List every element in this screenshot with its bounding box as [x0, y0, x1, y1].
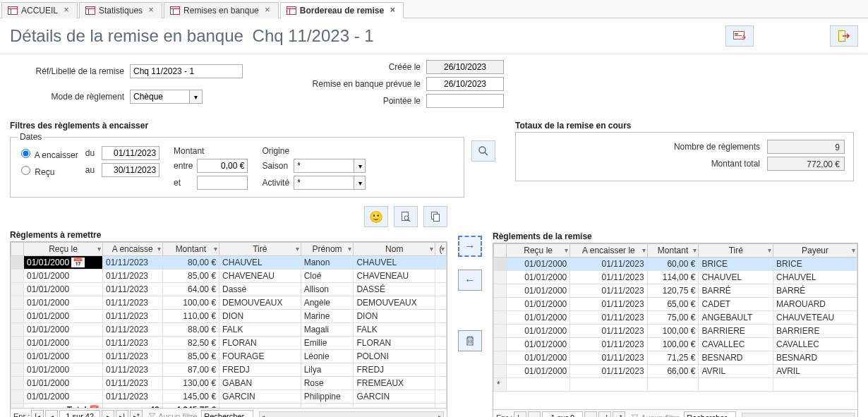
new-row[interactable]: *	[494, 378, 857, 392]
col-header[interactable]: Tiré▾	[219, 243, 301, 256]
copy-button[interactable]	[423, 206, 447, 227]
close-icon[interactable]: ×	[61, 6, 71, 16]
col-header[interactable]: Payeur▾	[773, 244, 857, 258]
col-header[interactable]: Montant▾	[647, 244, 699, 258]
nav-new-icon[interactable]: ▸*	[613, 411, 625, 417]
col-header[interactable]: Prénom▾	[301, 243, 354, 256]
recnav-prefix: Enr :	[496, 413, 512, 417]
col-header[interactable]: Nom▾	[354, 243, 435, 256]
ref-input[interactable]	[130, 64, 243, 78]
chevron-down-icon[interactable]: ▾	[348, 245, 351, 253]
exit-button[interactable]	[830, 25, 858, 47]
col-header[interactable]: (▾	[435, 243, 447, 256]
table-row[interactable]: 01/01/200001/11/202364,00 €DasséAllisonD…	[11, 283, 447, 296]
table-row[interactable]: 01/01/200001/11/2023100,00 €DEMOUVEAUXAn…	[11, 296, 447, 310]
tab[interactable]: ACCUEIL×	[1, 2, 78, 18]
nav-new-icon[interactable]: ▸*	[130, 410, 143, 417]
nav-position[interactable]	[542, 411, 583, 417]
nav-search[interactable]	[684, 411, 736, 417]
nav-first-icon[interactable]: I◂	[514, 411, 526, 417]
chevron-down-icon[interactable]: ▾	[565, 246, 568, 254]
table-row[interactable]: 01/01/200001/11/2023130,00 €GABANRoseFRE…	[11, 377, 447, 390]
card-link-button[interactable]	[725, 25, 754, 47]
col-header[interactable]: A encaisser le▾	[570, 244, 647, 258]
chevron-down-icon[interactable]: ▾	[642, 246, 646, 254]
table-row[interactable]: 01/01/200001/11/202371,25 €BESNARDBESNAR…	[494, 351, 857, 365]
search-button[interactable]	[471, 140, 495, 162]
col-header[interactable]: A encaisse▾	[102, 243, 162, 256]
chevron-down-icon[interactable]: ▾	[157, 245, 161, 253]
origine-saison-dd[interactable]: ▾	[354, 159, 366, 173]
table-row[interactable]: 01/01/200001/11/202366,00 €AVRILAVRIL	[494, 365, 857, 378]
chevron-down-icon[interactable]: ▾	[693, 246, 697, 254]
tab[interactable]: Remises en banque×	[164, 2, 279, 18]
smiley-button[interactable]: 🙂	[364, 206, 388, 227]
table-row[interactable]: 01/01/2000 📅01/11/202380,00 €CHAUVELMano…	[11, 256, 447, 270]
table-row[interactable]: 01/01/200001/11/2023114,00 €CHAUVELCHAUV…	[494, 271, 857, 284]
tab[interactable]: Statistiques×	[79, 2, 162, 18]
left-grid[interactable]: Reçu le▾A encaisse▾Montant▾Tiré▾Prénom▾N…	[10, 241, 447, 417]
table-row[interactable]: 01/01/200001/11/2023110,00 €DIONMarineDI…	[11, 310, 447, 323]
chevron-down-icon[interactable]: ▾	[441, 245, 445, 253]
table-row[interactable]: 01/01/200001/11/202382,50 €FLORANEmilieF…	[11, 337, 447, 350]
table-row[interactable]: 01/01/200001/11/2023120,75 €BARRÉBARRÉ	[494, 284, 857, 298]
pointee-input[interactable]	[426, 94, 504, 108]
close-icon[interactable]: ×	[387, 6, 397, 16]
col-header[interactable]: Reçu le▾	[24, 243, 103, 256]
chevron-down-icon[interactable]: ▾	[768, 246, 771, 254]
nav-next-icon[interactable]: ▸	[584, 411, 597, 417]
table-row[interactable]: 01/01/200001/11/202387,00 €FREDJLilyaFRE…	[11, 363, 447, 377]
table-row[interactable]: 01/01/200001/11/202365,00 €CADETMAROUARD	[494, 298, 857, 311]
right-grid[interactable]: Reçu le▾A encaisser le▾Montant▾Tiré▾Paye…	[493, 243, 858, 417]
chevron-down-icon[interactable]: ▾	[97, 245, 101, 253]
calendar-icon[interactable]: 📅	[71, 258, 85, 267]
chevron-down-icon[interactable]: ▾	[430, 245, 433, 253]
nav-position[interactable]	[59, 410, 100, 417]
nav-prev-icon[interactable]: ◂	[528, 411, 541, 417]
close-icon[interactable]: ×	[146, 6, 156, 16]
move-left-button[interactable]: ←	[458, 270, 482, 291]
hscroll[interactable]: ◂▸	[259, 411, 444, 417]
nav-search[interactable]	[201, 410, 253, 417]
prevue-input[interactable]	[426, 77, 504, 91]
table-row[interactable]: 01/01/200001/11/2023100,00 €CAVALLECCAVA…	[494, 338, 857, 351]
date-du-input[interactable]	[102, 146, 159, 160]
preview-button[interactable]	[394, 206, 418, 227]
date-au-input[interactable]	[102, 163, 159, 177]
montant-et-input[interactable]	[197, 176, 248, 190]
montant-entre-input[interactable]	[197, 159, 248, 173]
delete-button[interactable]	[458, 330, 482, 351]
mode-dropdown-button[interactable]: ▾	[190, 90, 203, 104]
origine-saison-input[interactable]	[294, 159, 354, 173]
table-row[interactable]: 01/01/200001/11/2023100,00 €BARRIEREBARR…	[494, 325, 857, 338]
nav-prev-icon[interactable]: ◂	[45, 410, 58, 417]
nav-first-icon[interactable]: I◂	[31, 410, 44, 417]
table-row[interactable]: 01/01/200001/11/202375,00 €ANGEBAULTCHAU…	[494, 311, 857, 325]
chevron-down-icon[interactable]: ▾	[296, 245, 299, 253]
table-row[interactable]: 01/01/200001/11/2023145,00 €GARCINPhilip…	[11, 390, 447, 404]
chevron-down-icon[interactable]: ▾	[852, 246, 855, 254]
col-header[interactable]: Montant▾	[162, 243, 219, 256]
pointee-label: Pointée le	[278, 96, 426, 106]
close-icon[interactable]: ×	[263, 6, 272, 16]
hscroll[interactable]: ◂▸	[742, 413, 855, 417]
origine-activite-dd[interactable]: ▾	[354, 176, 366, 190]
table-row[interactable]: 01/01/200001/11/202388,00 €FALKMagaliFAL…	[11, 323, 447, 337]
svg-rect-10	[287, 7, 296, 9]
table-row[interactable]: 01/01/200001/11/202385,00 €FOURAGELéonie…	[11, 350, 447, 363]
move-right-button[interactable]: →	[458, 236, 482, 257]
radio-recu[interactable]: Reçu	[18, 164, 78, 177]
origine-activite-input[interactable]	[294, 176, 354, 190]
table-row[interactable]: 01/01/200001/11/202360,00 €BRICEBRICE	[494, 258, 857, 271]
col-header[interactable]: Reçu le▾	[507, 244, 570, 258]
col-header[interactable]: Tiré▾	[699, 244, 773, 258]
svg-rect-4	[86, 7, 95, 9]
chevron-down-icon[interactable]: ▾	[214, 245, 217, 253]
nav-last-icon[interactable]: ▸I	[598, 411, 611, 417]
mode-input[interactable]	[130, 90, 190, 104]
table-row[interactable]: 01/01/200001/11/202385,00 €CHAVENEAUCloé…	[11, 270, 447, 283]
tab[interactable]: Bordereau de remise×	[280, 2, 404, 18]
nav-last-icon[interactable]: ▸I	[116, 410, 128, 417]
nav-next-icon[interactable]: ▸	[102, 410, 114, 417]
radio-a-encaisser[interactable]: A encaisser	[18, 147, 78, 160]
